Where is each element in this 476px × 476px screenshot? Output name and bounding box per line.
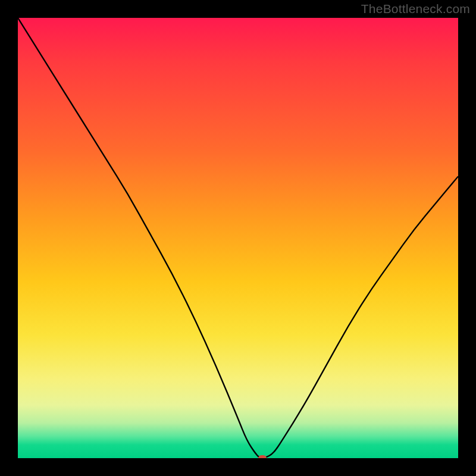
optimal-point-marker bbox=[258, 455, 267, 458]
watermark-text: TheBottleneck.com bbox=[361, 2, 470, 16]
curve-path bbox=[18, 18, 458, 458]
chart-frame: TheBottleneck.com bbox=[0, 0, 476, 476]
bottleneck-curve bbox=[18, 18, 458, 458]
plot-area bbox=[18, 18, 458, 458]
